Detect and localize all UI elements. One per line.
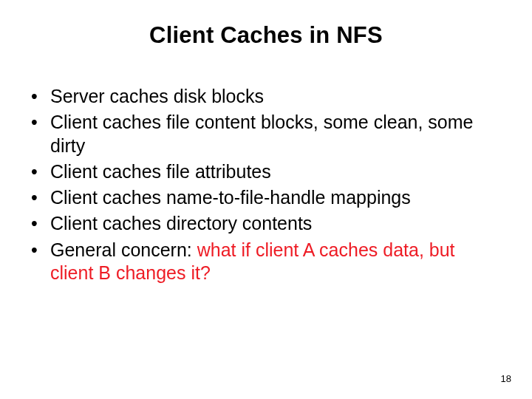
bullet-text: Client caches file content blocks, some …: [50, 112, 474, 155]
bullet-text: Server caches disk blocks: [50, 86, 264, 106]
bullet-item: Client caches directory contents: [27, 212, 499, 235]
slide-body: Server caches disk blocks Client caches …: [27, 85, 499, 287]
slide-title: Client Caches in NFS: [0, 22, 532, 49]
bullet-item: General concern: what if client A caches…: [27, 239, 499, 285]
bullet-item: Server caches disk blocks: [27, 85, 499, 108]
bullet-text: Client caches directory contents: [50, 213, 312, 233]
bullet-item: Client caches name-to-file-handle mappin…: [27, 186, 499, 209]
bullet-text: Client caches file attributes: [50, 161, 271, 182]
bullet-prefix: General concern:: [50, 239, 197, 260]
slide: Client Caches in NFS Server caches disk …: [0, 0, 532, 399]
bullet-item: Client caches file attributes: [27, 160, 499, 183]
bullet-text: Client caches name-to-file-handle mappin…: [50, 187, 411, 208]
page-number: 18: [501, 373, 511, 384]
bullet-item: Client caches file content blocks, some …: [27, 111, 499, 157]
bullet-list: Server caches disk blocks Client caches …: [27, 85, 499, 284]
